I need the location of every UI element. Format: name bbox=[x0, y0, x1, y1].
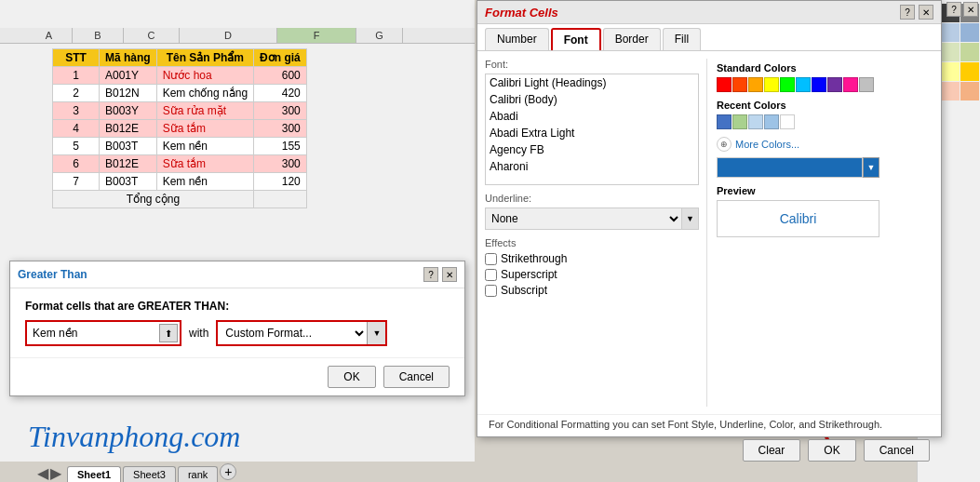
sheet-tab-sheet3[interactable]: Sheet3 bbox=[123, 466, 176, 482]
format-cells-title-bar: Format Cells ? ✕ bbox=[477, 1, 941, 24]
dialog-title-icons: ? ✕ bbox=[423, 267, 457, 282]
underline-dropdown-arrow[interactable]: ▼ bbox=[681, 208, 698, 229]
sheet-tab-rank[interactable]: rank bbox=[178, 466, 218, 482]
rp-cell[interactable] bbox=[960, 43, 979, 61]
greater-than-ok-button[interactable]: OK bbox=[328, 366, 375, 388]
data-table: STT Mã hàng Tên Sản Phẩm Đơn giá 1 A001Y… bbox=[52, 48, 307, 208]
table-row: 5 B003T Kem nền 155 bbox=[53, 138, 307, 155]
rp-cell[interactable] bbox=[960, 82, 979, 100]
col-a: A bbox=[26, 28, 73, 43]
std-color-red[interactable] bbox=[717, 77, 732, 92]
font-item[interactable]: Abadi bbox=[486, 108, 698, 125]
row-num-header bbox=[0, 28, 26, 43]
format-select-wrap: Custom Format... ▼ bbox=[216, 320, 387, 346]
cell-stt-4: 4 bbox=[53, 120, 100, 138]
panel-help-button[interactable]: ? bbox=[946, 2, 961, 17]
font-item[interactable]: Agency FB bbox=[486, 141, 698, 158]
recent-color-2[interactable] bbox=[732, 114, 747, 129]
recent-color-3[interactable] bbox=[748, 114, 763, 129]
cell-ten-3: Sữa rửa mặt bbox=[156, 102, 253, 120]
recent-color-4[interactable] bbox=[764, 114, 779, 129]
tab-number[interactable]: Number bbox=[485, 28, 549, 50]
font-label: Font: bbox=[485, 59, 699, 70]
cell-gia-4: 300 bbox=[254, 120, 307, 138]
font-item[interactable]: Aharoni bbox=[486, 158, 698, 175]
table-header-row: STT Mã hàng Tên Sản Phẩm Đơn giá bbox=[53, 49, 307, 67]
recent-color-1[interactable] bbox=[717, 114, 732, 129]
underline-select[interactable]: None bbox=[486, 208, 681, 229]
table-row: 3 B003Y Sữa rửa mặt 300 bbox=[53, 102, 307, 120]
rp-cell[interactable] bbox=[941, 23, 960, 42]
superscript-checkbox[interactable] bbox=[485, 269, 497, 281]
tab-font[interactable]: Font bbox=[551, 28, 601, 50]
superscript-label: Superscript bbox=[501, 268, 557, 281]
underline-select-wrap: None ▼ bbox=[485, 208, 699, 230]
format-cells-clear-button[interactable]: Clear bbox=[743, 439, 801, 462]
col-d: D bbox=[180, 28, 277, 43]
color-dropdown-arrow[interactable]: ▼ bbox=[863, 157, 879, 178]
sheet-tabs-bar: ◀ ▶ Sheet1 Sheet3 rank + bbox=[0, 462, 475, 482]
rp-cell[interactable] bbox=[960, 23, 979, 42]
font-item[interactable]: Abadi Extra Light bbox=[486, 125, 698, 141]
panel-close-button[interactable]: ✕ bbox=[963, 2, 978, 17]
sheet-tab-sheet1[interactable]: Sheet1 bbox=[67, 466, 121, 482]
cell-stt-3: 3 bbox=[53, 102, 100, 120]
font-item[interactable]: Calibri Light (Headings) bbox=[486, 74, 698, 91]
greater-than-input[interactable] bbox=[29, 325, 159, 341]
scroll-tabs-right[interactable]: ▶ bbox=[50, 464, 61, 482]
font-list[interactable]: Calibri Light (Headings) Calibri (Body) … bbox=[485, 74, 699, 185]
greater-than-cancel-button[interactable]: Cancel bbox=[383, 366, 450, 388]
cell-stt-7: 7 bbox=[53, 173, 100, 191]
scroll-tabs-left[interactable]: ◀ bbox=[37, 464, 48, 482]
more-colors-icon: ⊕ bbox=[717, 137, 732, 152]
std-color-yellow[interactable] bbox=[764, 77, 779, 92]
table-row: 4 B012E Sữa tắm 300 bbox=[53, 120, 307, 138]
cell-ten-6: Sữa tắm bbox=[156, 155, 253, 173]
tab-border[interactable]: Border bbox=[603, 28, 661, 50]
strikethrough-checkbox[interactable] bbox=[485, 253, 497, 265]
std-color-darkblue[interactable] bbox=[812, 77, 826, 92]
rp-cell[interactable] bbox=[941, 43, 960, 61]
dialog-help-button[interactable]: ? bbox=[423, 267, 438, 282]
format-cells-body: Font: Calibri Light (Headings) Calibri (… bbox=[477, 51, 941, 414]
dialog-close-button[interactable]: ✕ bbox=[442, 267, 457, 282]
cell-stt-1: 1 bbox=[53, 67, 100, 85]
format-cells-help-button[interactable]: ? bbox=[900, 5, 915, 20]
more-colors-button[interactable]: ⊕ More Colors... bbox=[717, 137, 879, 152]
cell-gia-1: 600 bbox=[254, 67, 307, 85]
std-color-green[interactable] bbox=[780, 77, 795, 92]
rp-cell[interactable] bbox=[941, 82, 960, 100]
underline-label: Underline: bbox=[485, 193, 699, 204]
cell-ten-2: Kem chống nắng bbox=[156, 85, 253, 102]
format-cells-left-panel: Font: Calibri Light (Headings) Calibri (… bbox=[485, 59, 699, 407]
format-cells-cancel-button[interactable]: Cancel bbox=[864, 439, 930, 462]
rp-cell[interactable] bbox=[941, 62, 960, 81]
recent-color-5[interactable] bbox=[780, 114, 795, 129]
std-color-orange-red[interactable] bbox=[732, 77, 747, 92]
standard-colors-grid bbox=[717, 77, 879, 92]
std-color-purple[interactable] bbox=[827, 77, 842, 92]
std-color-blue[interactable] bbox=[796, 77, 811, 92]
font-item[interactable]: Calibri (Body) bbox=[486, 91, 698, 108]
add-sheet-button[interactable]: + bbox=[220, 463, 236, 480]
rp-cell[interactable] bbox=[960, 62, 979, 81]
tab-fill[interactable]: Fill bbox=[663, 28, 701, 50]
column-headers: A B C D F G bbox=[0, 28, 475, 44]
format-cells-info: For Conditional Formatting you can set F… bbox=[477, 414, 941, 434]
subscript-checkbox[interactable] bbox=[485, 285, 497, 297]
input-collapse-button[interactable]: ⬆ bbox=[159, 324, 178, 342]
format-cells-close-button[interactable]: ✕ bbox=[919, 5, 933, 20]
col-c: C bbox=[124, 28, 180, 43]
dialog-body: Format cells that are GREATER THAN: ⬆ wi… bbox=[10, 288, 464, 357]
format-cells-ok-button[interactable]: OK bbox=[808, 439, 855, 462]
header-ten: Tên Sản Phẩm bbox=[156, 49, 253, 67]
format-select[interactable]: Custom Format... bbox=[218, 324, 367, 342]
std-color-pink[interactable] bbox=[843, 77, 858, 92]
std-color-orange[interactable] bbox=[748, 77, 763, 92]
header-ma: Mã hàng bbox=[100, 49, 157, 67]
std-color-silver[interactable] bbox=[859, 77, 874, 92]
panel-buttons: ? ✕ bbox=[946, 2, 978, 17]
with-label: with bbox=[189, 327, 208, 340]
table-area: STT Mã hàng Tên Sản Phẩm Đơn giá 1 A001Y… bbox=[26, 48, 475, 208]
format-dropdown-button[interactable]: ▼ bbox=[367, 322, 385, 344]
